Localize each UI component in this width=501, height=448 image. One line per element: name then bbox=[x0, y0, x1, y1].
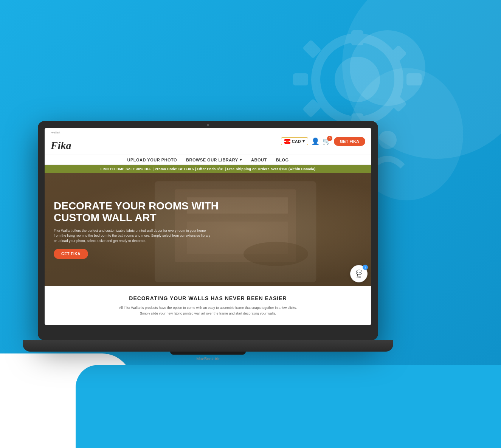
svg-rect-4 bbox=[293, 73, 308, 85]
chat-widget[interactable]: 1 💬 Ask bbox=[350, 265, 368, 282]
laptop: wallart Fika CAD ▾ 👤 bbox=[38, 121, 386, 370]
section-title: DECORATING YOUR WALLS HAS NEVER BEEN EAS… bbox=[54, 295, 362, 301]
website: wallart Fika CAD ▾ 👤 bbox=[45, 128, 371, 325]
logo-sub: wallart bbox=[51, 131, 60, 134]
logo-brand: Fika bbox=[51, 140, 71, 152]
nav-upload-photo[interactable]: UPLOAD YOUR PHOTO bbox=[127, 158, 177, 162]
svg-point-18 bbox=[244, 242, 308, 266]
svg-rect-2 bbox=[351, 30, 363, 45]
nav-right: CAD ▾ 👤 🛒 0 GET FIKA bbox=[281, 137, 365, 146]
hero-content: DECORATE YOUR ROOMS WITH CUSTOM WALL ART… bbox=[54, 200, 243, 259]
user-icon: 👤 bbox=[311, 138, 320, 145]
laptop-label: MacBook Air bbox=[196, 357, 220, 361]
hero-section: DECORATE YOUR ROOMS WITH CUSTOM WALL ART… bbox=[45, 173, 371, 286]
nav-bar: UPLOAD YOUR PHOTO BROWSE OUR LIBRARY ▾ A… bbox=[45, 155, 371, 165]
currency-selector[interactable]: CAD ▾ bbox=[281, 137, 308, 145]
laptop-screen: wallart Fika CAD ▾ 👤 bbox=[45, 128, 371, 325]
laptop-body: wallart Fika CAD ▾ 👤 bbox=[38, 121, 378, 340]
below-hero-section: DECORATING YOUR WALLS HAS NEVER BEEN EAS… bbox=[45, 286, 371, 325]
top-bar: wallart Fika CAD ▾ 👤 bbox=[45, 128, 371, 155]
get-fika-header-button[interactable]: GET FIKA bbox=[334, 137, 365, 146]
laptop-base: MacBook Air bbox=[23, 340, 393, 352]
bg-blue-bottom bbox=[76, 365, 501, 448]
chat-label: Ask bbox=[357, 276, 361, 278]
cart-button[interactable]: 🛒 0 bbox=[323, 137, 331, 146]
logo-area: wallart Fika bbox=[51, 131, 71, 152]
currency-code: CAD bbox=[292, 139, 301, 144]
section-description: All Fika Wallart's products have the opt… bbox=[113, 305, 302, 316]
svg-point-1 bbox=[335, 57, 380, 102]
svg-rect-5 bbox=[406, 73, 422, 85]
hero-cta-button[interactable]: GET FIKA bbox=[54, 249, 88, 259]
canada-flag-icon bbox=[284, 139, 290, 144]
user-account-button[interactable]: 👤 bbox=[311, 137, 320, 146]
currency-dropdown-icon: ▾ bbox=[302, 139, 305, 144]
hero-title: DECORATE YOUR ROOMS WITH CUSTOM WALL ART bbox=[54, 200, 243, 224]
dropdown-arrow-icon: ▾ bbox=[240, 157, 242, 162]
camera-dot bbox=[207, 124, 209, 126]
chat-icon: 💬 bbox=[356, 270, 362, 276]
promo-text: LIMITED TIME SALE 30% OFF | Promo Code: … bbox=[101, 167, 315, 171]
promo-banner: LIMITED TIME SALE 30% OFF | Promo Code: … bbox=[45, 165, 371, 173]
cart-badge: 0 bbox=[327, 136, 332, 141]
nav-blog[interactable]: BLOG bbox=[276, 158, 289, 162]
hero-description: Fika Wallart offers the perfect and cust… bbox=[54, 228, 212, 244]
nav-about[interactable]: ABOUT bbox=[251, 158, 267, 162]
nav-browse-library[interactable]: BROWSE OUR LIBRARY ▾ bbox=[186, 157, 242, 162]
